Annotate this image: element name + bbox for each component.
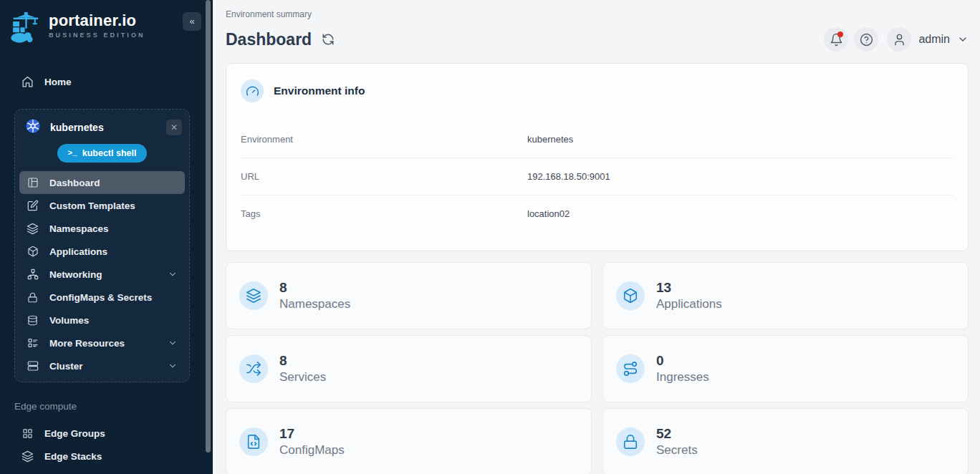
sidebar-item-label: ConfigMaps & Secrets [49,292,152,303]
gauge-icon [241,79,264,102]
tile-count: 0 [656,352,709,369]
sidebar-collapse-button[interactable]: « [183,12,201,31]
database-icon [27,315,39,326]
app-title: portainer.io [49,11,145,30]
tile-count: 13 [656,279,722,296]
sidebar-nav: Home [0,70,213,474]
portainer-logo-icon [10,11,42,47]
card-title: Environment info [274,84,365,97]
sidebar-item-label: More Resources [49,338,125,349]
tile-ingresses[interactable]: 0 Ingresses [602,335,969,402]
layers-icon [239,281,268,310]
sidebar-item-label: Dashboard [49,178,100,188]
file-code-icon [239,427,268,456]
route-icon [616,354,645,383]
info-label: Tags [241,208,527,219]
sidebar-item-label: Edge Groups [44,428,105,439]
chevron-down-icon [957,34,969,45]
tile-namespaces[interactable]: 8 Namespaces [226,262,592,329]
sidebar-item-home[interactable]: Home [0,70,213,93]
tile-count: 52 [656,425,698,442]
cube-icon [27,246,39,257]
tile-configmaps[interactable]: 17 ConfigMaps [226,408,592,474]
chevron-down-icon [168,338,178,348]
sidebar-item-edge-jobs[interactable]: Edge Jobs [0,468,213,474]
terminal-prompt-icon: >_ [68,149,77,158]
tile-applications[interactable]: 13 Applications [602,262,969,329]
sidebar-item-label: Home [44,77,72,87]
sidebar-item-dashboard[interactable]: Dashboard [19,171,185,194]
sidebar-item-label: Cluster [49,361,83,372]
tile-label: Namespaces [279,296,350,312]
tile-label: Secrets [656,442,698,458]
chevron-down-icon [168,269,178,279]
grid-icon [21,428,34,439]
dashboard-icon [27,177,39,188]
tile-label: Applications [656,296,722,312]
sidebar-item-custom-templates[interactable]: Custom Templates [19,194,185,217]
sidebar-item-cluster[interactable]: Cluster [19,354,185,377]
close-environment-button[interactable]: ✕ [166,120,182,135]
user-name: admin [918,33,950,46]
tile-label: ConfigMaps [279,442,345,458]
server-icon [27,360,39,372]
refresh-icon[interactable] [320,32,336,47]
info-value: location02 [527,208,953,219]
environment-info-card: Environment info Environment kubernetes … [226,63,969,251]
kubectl-shell-button[interactable]: >_ kubectl shell [57,144,148,163]
lock-icon [616,427,645,456]
app-logo: portainer.io BUSINESS EDITION [0,0,213,47]
tile-count: 17 [279,425,345,442]
info-value: kubernetes [527,134,953,145]
sidebar-item-label: Namespaces [49,223,109,234]
environment-name: kubernetes [50,122,104,133]
lock-icon [27,292,39,303]
breadcrumb: Environment summary [226,0,969,19]
tile-services[interactable]: 8 Services [226,335,592,402]
chevron-down-icon [168,361,178,371]
sidebar-scrollbar[interactable] [206,0,211,453]
page-title: Dashboard [226,30,312,49]
sidebar-item-networking[interactable]: Networking [19,263,185,286]
main-content: Environment summary Dashboard admin [213,0,980,474]
network-icon [27,269,39,280]
user-menu[interactable]: admin [887,27,969,52]
environment-group: kubernetes ✕ >_ kubectl shell Dashboard [14,109,190,382]
sidebar-item-edge-groups[interactable]: Edge Groups [0,422,213,445]
sidebar-item-edge-stacks[interactable]: Edge Stacks [0,445,213,468]
tile-label: Ingresses [656,369,709,385]
tile-secrets[interactable]: 52 Secrets [602,408,969,474]
shuffle-icon [239,354,268,383]
sidebar: portainer.io BUSINESS EDITION « Home [0,0,213,474]
sidebar-item-volumes[interactable]: Volumes [19,309,185,332]
sidebar-item-namespaces[interactable]: Namespaces [19,217,185,240]
info-row-environment: Environment kubernetes [241,121,953,158]
kubernetes-icon [25,118,41,137]
info-row-tags: Tags location02 [241,195,953,232]
cube-icon [616,281,645,310]
sidebar-item-more-resources[interactable]: More Resources [19,332,185,354]
info-row-url: URL 192.168.18.50:9001 [241,158,953,195]
layers-icon [21,450,34,463]
list-details-icon [27,337,39,349]
edit-icon [27,200,39,211]
page-header: Dashboard admin [226,27,969,52]
edge-compute-section-label: Edge compute [0,382,213,422]
tile-count: 8 [279,279,350,296]
tile-label: Services [279,369,326,385]
info-label: URL [241,171,527,182]
environment-header: kubernetes ✕ [19,117,185,138]
notifications-button[interactable] [824,27,848,52]
app-subtitle: BUSINESS EDITION [49,32,145,39]
home-icon [21,76,34,88]
user-avatar-icon [887,27,911,52]
help-button[interactable] [854,27,878,52]
info-value: 192.168.18.50:9001 [527,171,953,182]
sidebar-item-configmaps-secrets[interactable]: ConfigMaps & Secrets [19,286,185,309]
sidebar-item-label: Custom Templates [49,200,135,211]
tile-count: 8 [279,352,326,369]
sidebar-item-applications[interactable]: Applications [19,240,185,263]
sidebar-item-label: Edge Stacks [44,451,102,462]
sidebar-item-label: Applications [49,246,107,257]
info-label: Environment [241,134,527,145]
